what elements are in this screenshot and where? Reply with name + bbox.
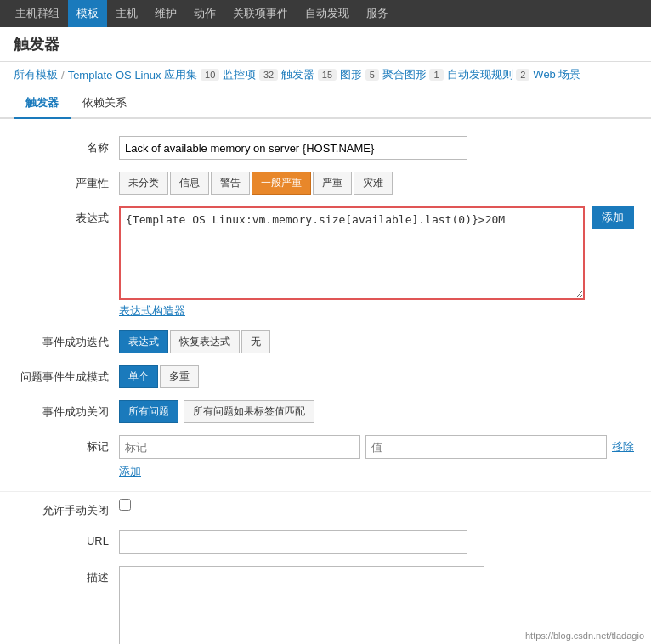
problem-event-single[interactable]: 单个: [119, 365, 158, 388]
manual-close-checkbox[interactable]: [119, 499, 131, 511]
sev-disaster[interactable]: 灾难: [354, 172, 393, 195]
manual-close-label: 允许手动关闭: [17, 499, 119, 518]
tag-add-link[interactable]: 添加: [119, 465, 141, 477]
event-close-row: 事件成功关闭 所有问题 所有问题如果标签值匹配: [0, 400, 651, 423]
breadcrumb-web[interactable]: Web 场景: [533, 67, 580, 82]
nav-autodiscover[interactable]: 自动发现: [297, 0, 358, 27]
problem-event-field: 单个 多重: [119, 365, 634, 388]
name-field: [119, 136, 634, 160]
problem-event-label: 问题事件生成模式: [17, 365, 119, 385]
tags-field: 移除 添加: [119, 435, 634, 479]
event-success-group: 表达式 恢复表达式 无: [119, 330, 634, 353]
page-title: 触发器: [0, 27, 651, 62]
event-success-label: 事件成功迭代: [17, 330, 119, 350]
event-close-tag-match[interactable]: 所有问题如果标签值匹配: [184, 400, 314, 423]
event-close-field: 所有问题 所有问题如果标签值匹配: [119, 400, 634, 423]
breadcrumb-agg-graph[interactable]: 聚合图形 1: [382, 67, 444, 82]
breadcrumb-monitor[interactable]: 监控项 32: [223, 67, 278, 82]
sev-warning[interactable]: 警告: [211, 172, 250, 195]
event-close-group: 所有问题 所有问题如果标签值匹配: [119, 400, 634, 423]
breadcrumb-trigger[interactable]: 触发器 15: [281, 67, 337, 82]
desc-textarea[interactable]: [119, 566, 484, 644]
tags-input-row: 移除: [119, 435, 634, 459]
tag-add-row: 添加: [119, 464, 634, 479]
url-row: URL: [0, 530, 651, 554]
breadcrumb: 所有模板 / Template OS Linux 应用集 10 监控项 32 触…: [0, 62, 651, 88]
tab-trigger[interactable]: 触发器: [14, 88, 71, 119]
add-expression-button[interactable]: 添加: [592, 206, 634, 229]
expression-container: {Template OS Linux:vm.memory.size[availa…: [119, 206, 634, 300]
event-success-row: 事件成功迭代 表达式 恢复表达式 无: [0, 330, 651, 353]
tags-label: 标记: [17, 435, 119, 455]
problem-event-row: 问题事件生成模式 单个 多重: [0, 365, 651, 388]
nav-action[interactable]: 动作: [185, 0, 224, 27]
event-success-field: 表达式 恢复表达式 无: [119, 330, 634, 353]
tag-name-input[interactable]: [119, 435, 360, 459]
event-success-recovery[interactable]: 恢复表达式: [170, 330, 240, 353]
nav-host[interactable]: 主机: [107, 0, 146, 27]
event-success-none[interactable]: 无: [241, 330, 270, 353]
severity-group: 未分类 信息 警告 一般严重 严重 灾难: [119, 172, 634, 195]
name-input[interactable]: [119, 136, 467, 160]
name-label: 名称: [17, 136, 119, 155]
severity-label: 严重性: [17, 172, 119, 191]
desc-label: 描述: [17, 566, 119, 585]
sev-not-classified[interactable]: 未分类: [119, 172, 168, 195]
event-close-label: 事件成功关闭: [17, 400, 119, 420]
sev-high[interactable]: 严重: [313, 172, 352, 195]
breadcrumb-autodiscover[interactable]: 自动发现规则 2: [447, 67, 530, 82]
url-input[interactable]: [119, 530, 467, 554]
tab-dependency[interactable]: 依赖关系: [71, 88, 139, 119]
footer-url: https://blog.csdn.net/tladagio: [525, 630, 644, 641]
severity-field: 未分类 信息 警告 一般严重 严重 灾难: [119, 172, 634, 195]
manual-close-field: [119, 499, 634, 513]
event-close-all[interactable]: 所有问题: [119, 400, 178, 423]
tab-strip: 触发器 依赖关系: [0, 88, 651, 119]
breadcrumb-template-name[interactable]: Template OS Linux: [68, 69, 161, 82]
nav-related-events[interactable]: 关联项事件: [224, 0, 297, 27]
tags-row: 标记 移除 添加: [0, 435, 651, 479]
breadcrumb-all-templates[interactable]: 所有模板: [14, 67, 58, 82]
expression-label: 表达式: [17, 206, 119, 226]
top-nav: 主机群组 模板 主机 维护 动作 关联项事件 自动发现 服务: [0, 0, 651, 27]
problem-event-group: 单个 多重: [119, 365, 634, 388]
expression-row: 表达式 {Template OS Linux:vm.memory.size[av…: [0, 206, 651, 319]
name-row: 名称: [0, 136, 651, 160]
expression-field: {Template OS Linux:vm.memory.size[availa…: [119, 206, 634, 319]
severity-row: 严重性 未分类 信息 警告 一般严重 严重 灾难: [0, 172, 651, 195]
url-label: URL: [17, 530, 119, 547]
event-success-expr[interactable]: 表达式: [119, 330, 168, 353]
nav-host-group[interactable]: 主机群组: [7, 0, 68, 27]
tag-remove-button[interactable]: 移除: [612, 439, 634, 455]
nav-template[interactable]: 模板: [68, 0, 107, 27]
expression-link-row: 表达式构造器: [119, 303, 634, 319]
main-content: 名称 严重性 未分类 信息 警告 一般严重 严重 灾难 表达式 {Templat…: [0, 119, 651, 644]
url-field: [119, 530, 634, 554]
breadcrumb-graph[interactable]: 图形 5: [340, 67, 379, 82]
expression-builder-link[interactable]: 表达式构造器: [119, 304, 185, 317]
sev-info[interactable]: 信息: [170, 172, 209, 195]
breadcrumb-sep1: /: [61, 69, 65, 82]
expression-textarea[interactable]: {Template OS Linux:vm.memory.size[availa…: [119, 206, 585, 300]
sev-average[interactable]: 一般严重: [252, 172, 311, 195]
breadcrumb-app[interactable]: 应用集 10: [164, 67, 219, 82]
tag-value-input[interactable]: [365, 435, 607, 459]
nav-maintenance[interactable]: 维护: [146, 0, 185, 27]
nav-service[interactable]: 服务: [358, 0, 397, 27]
manual-close-row: 允许手动关闭: [0, 499, 651, 518]
problem-event-multiple[interactable]: 多重: [160, 365, 199, 388]
